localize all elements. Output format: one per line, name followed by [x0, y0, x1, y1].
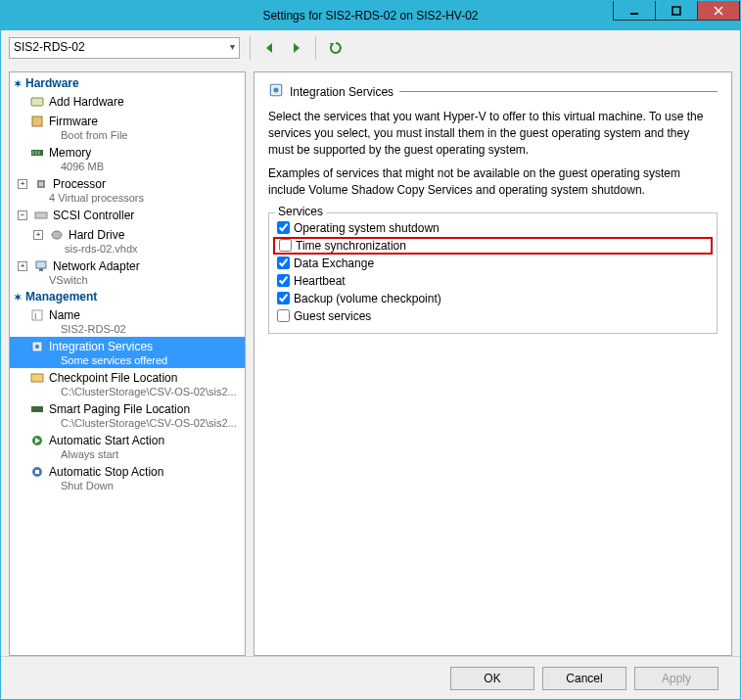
- tree-hard-drive[interactable]: + Hard Drive sis-rds-02.vhdx: [10, 225, 245, 257]
- svg-rect-8: [32, 117, 42, 126]
- svg-rect-1: [672, 7, 680, 15]
- checkpoint-icon: [29, 370, 45, 386]
- tree-smart-paging-location[interactable]: Smart Paging File Location C:\ClusterSto…: [10, 399, 245, 431]
- integration-services-icon: [268, 82, 284, 101]
- content-description-1: Select the services that you want Hyper-…: [268, 109, 718, 158]
- main-area: ✶ Hardware Add Hardware Firmware: [1, 66, 740, 656]
- svg-rect-18: [39, 268, 43, 271]
- firmware-icon: [29, 114, 45, 129]
- nav-forward-button[interactable]: [286, 38, 305, 58]
- service-checkbox[interactable]: [277, 292, 290, 304]
- expand-icon[interactable]: +: [18, 261, 27, 271]
- service-row: Data Exchange: [277, 255, 709, 272]
- svg-rect-11: [35, 151, 37, 155]
- tree-name[interactable]: I Name SIS2-RDS-02: [10, 305, 245, 337]
- content-description-2: Examples of services that might not be a…: [268, 165, 718, 199]
- tree-checkpoint-location[interactable]: Checkpoint File Location C:\ClusterStora…: [10, 368, 245, 399]
- svg-rect-14: [39, 182, 43, 186]
- service-checkbox[interactable]: [277, 221, 290, 234]
- service-row: Heartbeat: [277, 272, 709, 290]
- vm-selector-value: SIS2-RDS-02: [14, 40, 85, 54]
- service-label: Operating system shutdown: [294, 221, 440, 235]
- integration-services-icon: [29, 339, 45, 354]
- vm-selector-dropdown[interactable]: SIS2-RDS-02: [9, 37, 240, 59]
- svg-marker-4: [266, 43, 272, 53]
- tree-network-adapter[interactable]: + Network Adapter VSwitch: [10, 257, 245, 288]
- svg-rect-12: [38, 151, 40, 155]
- network-icon: [33, 258, 49, 274]
- service-row: Backup (volume checkpoint): [277, 290, 709, 307]
- svg-text:I: I: [34, 311, 37, 321]
- collapse-icon: ✶: [14, 78, 25, 89]
- button-bar: OK Cancel Apply: [1, 656, 740, 699]
- tree-scsi-controller[interactable]: − SCSI Controller: [10, 206, 245, 225]
- svg-marker-5: [294, 43, 300, 53]
- scsi-icon: [33, 208, 49, 223]
- toolbar-divider: [250, 36, 251, 60]
- svg-point-16: [52, 231, 62, 239]
- start-action-icon: [29, 433, 45, 448]
- hardware-section-header[interactable]: ✶ Hardware: [10, 74, 245, 92]
- svg-rect-15: [35, 212, 47, 218]
- service-row: Operating system shutdown: [277, 219, 709, 237]
- add-hardware-icon: [29, 94, 45, 110]
- service-row: Guest services: [277, 307, 709, 325]
- tree-firmware[interactable]: Firmware Boot from File: [10, 112, 245, 143]
- content-header: Integration Services: [290, 85, 394, 99]
- service-checkbox[interactable]: [277, 257, 290, 269]
- expand-icon[interactable]: +: [18, 179, 27, 189]
- tree-memory[interactable]: Memory 4096 MB: [10, 143, 245, 174]
- cancel-button[interactable]: Cancel: [542, 667, 626, 690]
- close-button[interactable]: [697, 1, 740, 21]
- titlebar: Settings for SIS2-RDS-02 on SIS2-HV-02: [1, 1, 740, 30]
- expand-icon[interactable]: +: [33, 230, 43, 240]
- ok-button[interactable]: OK: [450, 667, 534, 690]
- toolbar: SIS2-RDS-02: [1, 30, 740, 66]
- refresh-button[interactable]: [326, 38, 346, 58]
- svg-rect-24: [31, 406, 43, 412]
- service-label: Data Exchange: [294, 257, 374, 270]
- tree-automatic-start[interactable]: Automatic Start Action Always start: [10, 431, 245, 462]
- svg-point-30: [273, 87, 278, 92]
- service-checkbox[interactable]: [277, 274, 290, 287]
- paging-icon: [29, 401, 45, 417]
- tree-integration-services[interactable]: Integration Services Some services offer…: [10, 337, 245, 368]
- services-group: Services Operating system shutdownTime s…: [268, 212, 718, 334]
- minimize-button[interactable]: [613, 1, 656, 21]
- stop-action-icon: [29, 464, 45, 480]
- settings-window: Settings for SIS2-RDS-02 on SIS2-HV-02 S…: [0, 0, 741, 700]
- svg-rect-28: [35, 470, 39, 474]
- service-label: Backup (volume checkpoint): [294, 292, 441, 305]
- tree-add-hardware[interactable]: Add Hardware: [10, 92, 245, 112]
- processor-icon: [33, 176, 49, 192]
- tree-processor[interactable]: + Processor 4 Virtual processors: [10, 174, 245, 206]
- header-divider: [399, 91, 718, 92]
- collapse-icon[interactable]: −: [18, 210, 27, 220]
- toolbar-divider-2: [315, 36, 316, 60]
- hard-drive-icon: [49, 227, 65, 243]
- services-group-label: Services: [275, 205, 326, 218]
- content-panel: Integration Services Select the services…: [254, 71, 732, 656]
- service-checkbox[interactable]: [279, 239, 292, 252]
- svg-rect-7: [31, 98, 43, 106]
- tree-automatic-stop[interactable]: Automatic Stop Action Shut Down: [10, 462, 245, 493]
- service-checkbox[interactable]: [277, 309, 290, 322]
- service-label: Guest services: [294, 309, 371, 323]
- management-section-header[interactable]: ✶ Management: [10, 288, 245, 305]
- svg-rect-10: [32, 151, 34, 155]
- nav-back-button[interactable]: [260, 38, 280, 58]
- service-row: Time synchronization: [273, 237, 713, 255]
- memory-icon: [29, 145, 45, 161]
- service-label: Heartbeat: [294, 274, 346, 288]
- maximize-button[interactable]: [655, 1, 698, 21]
- name-icon: I: [29, 307, 45, 323]
- settings-tree[interactable]: ✶ Hardware Add Hardware Firmware: [9, 71, 246, 656]
- service-label: Time synchronization: [296, 239, 406, 253]
- svg-rect-23: [31, 374, 43, 382]
- svg-rect-17: [36, 261, 46, 268]
- apply-button: Apply: [634, 667, 718, 690]
- svg-point-22: [35, 345, 39, 349]
- collapse-icon: ✶: [14, 292, 25, 303]
